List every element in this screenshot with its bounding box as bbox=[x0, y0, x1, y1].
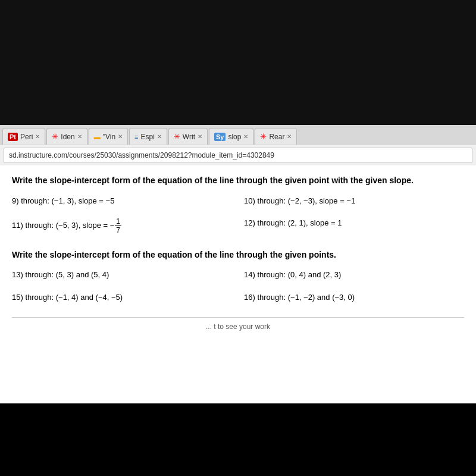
problem-15-text: 15) through: (−1, 4) and (−4, −5) bbox=[12, 293, 123, 302]
section1-title: Write the slope-intercept form of the eq… bbox=[12, 175, 464, 187]
address-bar[interactable]: sd.instructure.com/courses/25030/assignm… bbox=[4, 148, 472, 163]
problem-12: 12) through: (2, 1), slope = 1 bbox=[244, 217, 464, 235]
problem-13-text: 13) through: (5, 3) and (5, 4) bbox=[12, 270, 109, 279]
tab-writ[interactable]: ✳ Writ ✕ bbox=[168, 128, 208, 145]
tab-writ-label: Writ bbox=[183, 133, 195, 141]
problem-15: 15) through: (−1, 4) and (−4, −5) bbox=[12, 292, 232, 303]
problem-14: 14) through: (0, 4) and (2, 3) bbox=[244, 269, 464, 281]
page-content: Write the slope-intercept form of the eq… bbox=[0, 165, 476, 403]
problem-16: 16) through: (−1, −2) and (−3, 0) bbox=[244, 292, 464, 303]
tab-slop-close[interactable]: ✕ bbox=[243, 133, 248, 140]
problem-9-number: 9) through: (−1, 3), slope = −5 bbox=[12, 196, 114, 205]
problem-12-text: 12) through: (2, 1), slope = 1 bbox=[244, 218, 342, 227]
tab-espi-close[interactable]: ✕ bbox=[157, 133, 162, 140]
tab-peri-label: Peri bbox=[20, 133, 33, 141]
top-black-area bbox=[0, 0, 476, 125]
tab-writ-close[interactable]: ✕ bbox=[198, 133, 202, 140]
canvas-icon-1: ✳ bbox=[52, 132, 58, 141]
tab-rear-label: Rear bbox=[269, 133, 284, 141]
sy-icon: Sy bbox=[214, 133, 226, 141]
pt-icon: Pt bbox=[8, 133, 18, 141]
tab-rear-close[interactable]: ✕ bbox=[287, 133, 292, 140]
canvas-icon-2: ✳ bbox=[174, 132, 180, 141]
lines-icon: ≡ bbox=[134, 133, 138, 140]
tab-iden-label: Iden bbox=[61, 133, 74, 141]
tab-slop-label: slop bbox=[228, 133, 241, 141]
problem-14-text: 14) through: (0, 4) and (2, 3) bbox=[244, 270, 341, 279]
problem-9: 9) through: (−1, 3), slope = −5 bbox=[12, 195, 232, 207]
tab-bar-inner: Pt Peri ✕ ✳ Iden ✕ ▬ "Vin ✕ ≡ Espi ✕ ✳ bbox=[0, 128, 298, 145]
section2-title: Write the slope-intercept form of the eq… bbox=[12, 249, 464, 261]
browser-chrome: Pt Peri ✕ ✳ Iden ✕ ▬ "Vin ✕ ≡ Espi ✕ ✳ bbox=[0, 125, 476, 403]
problem-10: 10) through: (−2, −3), slope = −1 bbox=[244, 195, 464, 207]
problems-grid-1: 9) through: (−1, 3), slope = −5 10) thro… bbox=[12, 195, 464, 235]
tab-espi[interactable]: ≡ Espi ✕ bbox=[129, 128, 167, 145]
tab-vin-close[interactable]: ✕ bbox=[118, 133, 123, 140]
canvas-icon-3: ✳ bbox=[260, 132, 267, 141]
tab-peri-close[interactable]: ✕ bbox=[35, 133, 40, 140]
problem-11-text: 11) through: (−5, 3), slope = −17 bbox=[12, 221, 122, 230]
problem-16-text: 16) through: (−1, −2) and (−3, 0) bbox=[244, 293, 355, 302]
bottom-note: ... t to see your work bbox=[12, 317, 464, 331]
tab-slop[interactable]: Sy slop ✕ bbox=[209, 128, 253, 145]
tab-bar: Pt Peri ✕ ✳ Iden ✕ ▬ "Vin ✕ ≡ Espi ✕ ✳ bbox=[0, 125, 476, 145]
problem-11: 11) through: (−5, 3), slope = −17 bbox=[12, 217, 232, 235]
problem-13: 13) through: (5, 3) and (5, 4) bbox=[12, 269, 232, 281]
tab-vin-label: "Vin bbox=[103, 133, 115, 141]
tab-iden[interactable]: ✳ Iden ✕ bbox=[46, 128, 87, 145]
tab-espi-label: Espi bbox=[141, 133, 155, 141]
tab-vin[interactable]: ▬ "Vin ✕ bbox=[89, 128, 128, 145]
problems-grid-2: 13) through: (5, 3) and (5, 4) 14) throu… bbox=[12, 269, 464, 303]
address-text: sd.instructure.com/courses/25030/assignm… bbox=[9, 151, 274, 159]
tab-peri[interactable]: Pt Peri ✕ bbox=[2, 128, 45, 145]
tab-rear[interactable]: ✳ Rear ✕ bbox=[255, 128, 297, 145]
bottom-note-text: ... t to see your work bbox=[206, 322, 270, 331]
tab-iden-close[interactable]: ✕ bbox=[77, 133, 82, 140]
doc-icon: ▬ bbox=[94, 133, 101, 140]
problem-10-text: 10) through: (−2, −3), slope = −1 bbox=[244, 196, 355, 205]
